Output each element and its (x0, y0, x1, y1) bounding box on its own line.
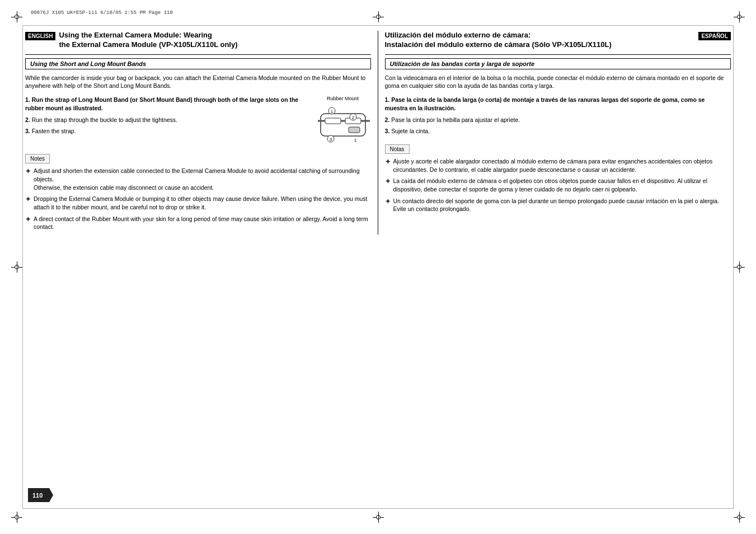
page-number-area: 110 (28, 488, 53, 503)
note-2-text: Dropping the External Camera Module or b… (34, 195, 371, 211)
reg-mark-mr (734, 261, 745, 273)
diagram-label: Rubber Mount (315, 96, 371, 101)
right-step-2-text: Pase la cinta por la hebilla para ajusta… (391, 116, 520, 123)
main-content: ENGLISH Using the External Camera Module… (25, 31, 731, 506)
left-divider (25, 54, 371, 55)
step-3-text: Fasten the strap. (32, 128, 76, 134)
note-1-text: Adjust and shorten the extension cable c… (34, 167, 371, 191)
meta-line: 00876J X105 UK+ESP-111 6/10/05 1:55 PM P… (31, 10, 173, 16)
right-step-3: 3. Sujete la cinta. (385, 127, 727, 135)
svg-text:1: 1 (354, 138, 356, 143)
left-lang-header: ENGLISH Using the External Camera Module… (25, 31, 371, 50)
border-top (22, 25, 734, 26)
note-cross-2: ✦ (25, 195, 31, 204)
step-3-num: 3. (25, 128, 30, 134)
rubber-mount-diagram: Rubber Mount (315, 96, 371, 148)
right-steps-row: 1. Pase la cinta de la banda larga (o co… (385, 96, 731, 139)
right-note-3: ✦ Un contacto directo del soporte de gom… (385, 197, 731, 213)
svg-text:1: 1 (330, 109, 333, 114)
svg-rect-1 (325, 118, 341, 124)
right-steps: 1. Pase la cinta de la banda larga (o co… (385, 96, 731, 139)
right-step-1-text: Pase la cinta de la banda larga (o corta… (385, 96, 705, 111)
espanol-badge: ESPAÑOL (698, 32, 731, 40)
right-step-2: 2. Pase la cinta por la hebilla para aju… (385, 116, 727, 124)
reg-mark-ml (11, 261, 22, 273)
right-note-3-text: Un contacto directo del soporte de goma … (393, 197, 731, 213)
english-badge: ENGLISH (25, 32, 55, 40)
step-1-text: Run the strap of Long Mount Band (or Sho… (25, 96, 298, 111)
reg-mark-bc (373, 512, 384, 523)
step-2-text: Run the strap through the buckle to adju… (32, 116, 177, 123)
steps-image-row: 1. Run the strap of Long Mount Band (or … (25, 96, 371, 148)
right-subtitle: Utilización de las bandas corta y larga … (385, 58, 731, 69)
left-note-1: ✦ Adjust and shorten the extension cable… (25, 167, 371, 191)
note-cross-3: ✦ (25, 215, 31, 224)
right-step-2-num: 2. (385, 116, 390, 123)
right-note-1: ✦ Ajuste y acorte el cable alargador con… (385, 157, 731, 174)
step-2-num: 2. (25, 116, 30, 123)
step-1: 1. Run the strap of Long Mount Band (or … (25, 96, 311, 112)
reg-mark-tl (11, 11, 22, 22)
svg-rect-3 (349, 127, 360, 133)
right-title: Utilización del módulo externo de cámara… (385, 31, 612, 50)
reg-mark-br (734, 512, 745, 523)
page-number-badge: 110 (28, 488, 53, 502)
right-note-cross-3: ✦ (385, 197, 391, 207)
svg-text:3: 3 (329, 137, 332, 142)
right-lang-header: Utilización del módulo externo de cámara… (385, 31, 731, 50)
left-title: Using the External Camera Module: Wearin… (59, 31, 237, 50)
border-left (22, 25, 23, 509)
left-notes-box: Notes (25, 154, 50, 163)
svg-text:110: 110 (32, 492, 43, 499)
right-step-3-num: 3. (385, 128, 390, 134)
reg-mark-tc (373, 11, 384, 22)
step-2: 2. Run the strap through the buckle to a… (25, 116, 311, 124)
right-column: Utilización del módulo externo de cámara… (378, 31, 731, 235)
left-subtitle: Using the Short and Long Mount Bands (25, 58, 371, 69)
note-3-text: A direct contact of the Rubber Mount wit… (34, 215, 371, 231)
left-note-3: ✦ A direct contact of the Rubber Mount w… (25, 215, 371, 231)
svg-text:2: 2 (351, 115, 354, 120)
right-notes-box: Notas (385, 144, 410, 154)
step-3: 3. Fasten the strap. (25, 127, 311, 135)
note-cross-1: ✦ (25, 167, 31, 176)
right-intro: Con la videocámara en el interior de la … (385, 74, 731, 90)
border-bottom (22, 508, 734, 509)
right-step-1: 1. Pase la cinta de la banda larga (o co… (385, 96, 727, 112)
reg-mark-bl (11, 512, 22, 523)
page: 00876J X105 UK+ESP-111 6/10/05 1:55 PM P… (0, 0, 756, 534)
right-note-2-text: La caída del módulo externo de cámara o … (393, 177, 731, 193)
left-steps: 1. Run the strap of Long Mount Band (or … (25, 96, 315, 139)
right-note-1-text: Ajuste y acorte el cable alargador conec… (393, 157, 731, 174)
mount-svg: 1 2 3 1 (315, 102, 371, 147)
left-note-2: ✦ Dropping the External Camera Module or… (25, 195, 371, 211)
reg-mark-tr (734, 11, 745, 22)
right-note-cross-2: ✦ (385, 177, 391, 186)
step-1-num: 1. (25, 96, 30, 103)
right-divider (385, 54, 731, 55)
right-step-3-text: Sujete la cinta. (391, 128, 430, 134)
right-note-2: ✦ La caída del módulo externo de cámara … (385, 177, 731, 193)
right-note-cross-1: ✦ (385, 157, 391, 167)
right-step-1-num: 1. (385, 96, 390, 103)
page-number-container: 110 (28, 488, 53, 503)
left-intro: While the camcorder is inside your bag o… (25, 74, 371, 90)
left-column: ENGLISH Using the External Camera Module… (25, 31, 378, 235)
